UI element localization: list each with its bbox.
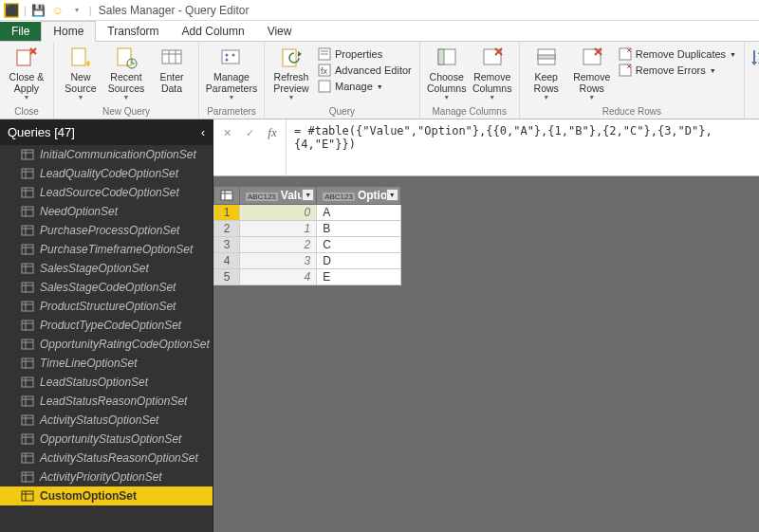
formula-cancel-button[interactable]: ✕ bbox=[218, 124, 235, 141]
collapse-icon[interactable]: ‹ bbox=[201, 126, 205, 139]
remove-duplicates-button[interactable]: Remove Duplicates ▼ bbox=[615, 46, 740, 62]
table-row[interactable]: 54E bbox=[214, 269, 401, 285]
svg-rect-3 bbox=[72, 48, 85, 65]
cell-option[interactable]: D bbox=[317, 253, 400, 269]
row-header[interactable]: 5 bbox=[214, 269, 240, 285]
dropdown-arrow-icon: ▼ bbox=[543, 94, 549, 101]
remove-columns-button[interactable]: Remove Columns ▼ bbox=[470, 45, 515, 102]
new-source-button[interactable]: New Source ▼ bbox=[58, 45, 103, 102]
tab-add-column[interactable]: Add Column bbox=[171, 22, 256, 41]
advanced-editor-button[interactable]: fx Advanced Editor bbox=[314, 63, 416, 78]
query-item[interactable]: InitialCommunicationOptionSet bbox=[0, 145, 213, 164]
tab-file[interactable]: File bbox=[0, 22, 41, 41]
dropdown-arrow-icon: ▼ bbox=[377, 83, 383, 90]
cell-option[interactable]: A bbox=[317, 205, 400, 221]
qat-dropdown-icon[interactable]: ▾ bbox=[69, 3, 84, 18]
query-item[interactable]: SalesStageOptionSet bbox=[0, 259, 213, 278]
remove-rows-button[interactable]: Remove Rows ▼ bbox=[569, 45, 615, 102]
group-label-parameters: Parameters bbox=[199, 105, 264, 119]
manage-parameters-button[interactable]: Manage Parameters ▼ bbox=[203, 45, 260, 102]
column-header-option[interactable]: ABC123Option ▼ bbox=[317, 187, 400, 205]
column-filter-dropdown[interactable]: ▼ bbox=[386, 189, 398, 201]
query-item[interactable]: ActivityStatusOptionSet bbox=[0, 411, 213, 430]
query-item[interactable]: LeadSourceCodeOptionSet bbox=[0, 183, 213, 202]
query-item[interactable]: SalesStageCodeOptionSet bbox=[0, 278, 213, 297]
query-item[interactable]: PurchaseTimeframeOptionSet bbox=[0, 240, 213, 259]
query-item[interactable]: ActivityPriorityOptionSet bbox=[0, 468, 213, 486]
close-apply-button[interactable]: Close & Apply ▼ bbox=[4, 45, 49, 102]
query-item[interactable]: NeedOptionSet bbox=[0, 202, 213, 221]
tab-home[interactable]: Home bbox=[41, 21, 96, 42]
svg-rect-64 bbox=[22, 226, 33, 235]
save-icon[interactable]: 💾 bbox=[31, 3, 46, 18]
column-header-value[interactable]: ABC123Value ▼ bbox=[240, 187, 317, 205]
table-icon bbox=[21, 433, 34, 445]
queries-header[interactable]: Queries [47] ‹ bbox=[0, 119, 213, 145]
row-header[interactable]: 2 bbox=[214, 221, 240, 237]
remove-rows-icon bbox=[581, 46, 603, 69]
cell-value[interactable]: 3 bbox=[240, 253, 317, 269]
cell-option[interactable]: C bbox=[317, 237, 400, 253]
column-filter-dropdown[interactable]: ▼ bbox=[302, 189, 314, 201]
row-header[interactable]: 3 bbox=[214, 237, 240, 253]
properties-button[interactable]: Properties bbox=[314, 46, 416, 62]
formula-input[interactable]: = #table({"Value","Option"},{{0,"A"},{1,… bbox=[286, 119, 759, 175]
query-item[interactable]: OpportunityRatingCodeOptionSet bbox=[0, 335, 213, 354]
table-icon bbox=[21, 452, 34, 464]
cell-value[interactable]: 4 bbox=[240, 269, 317, 285]
query-item-label: OpportunityRatingCodeOptionSet bbox=[40, 338, 210, 351]
svg-rect-52 bbox=[22, 150, 33, 159]
recent-sources-icon bbox=[115, 46, 138, 69]
query-item[interactable]: LeadStatusReasonOptionSet bbox=[0, 392, 213, 411]
feedback-icon[interactable]: ☺ bbox=[50, 3, 65, 18]
refresh-preview-button[interactable]: Refresh Preview ▼ bbox=[268, 45, 314, 102]
queries-list[interactable]: InitialCommunicationOptionSetLeadQuality… bbox=[0, 145, 213, 532]
cell-value[interactable]: 1 bbox=[240, 221, 317, 237]
table-corner[interactable] bbox=[214, 187, 240, 205]
svg-rect-82 bbox=[22, 339, 33, 349]
query-item-label: SalesStageOptionSet bbox=[40, 262, 149, 275]
svg-rect-88 bbox=[22, 377, 33, 387]
table-row[interactable]: 43D bbox=[214, 253, 401, 269]
query-item[interactable]: LeadStatusOptionSet bbox=[0, 373, 213, 392]
table-row[interactable]: 21B bbox=[214, 221, 401, 237]
group-label-sort: Sort bbox=[745, 105, 759, 119]
query-item[interactable]: ActivityStatusReasonOptionSet bbox=[0, 449, 213, 468]
svg-marker-42 bbox=[751, 62, 757, 65]
sort-asc-button[interactable]: AZ bbox=[749, 45, 759, 73]
table-row[interactable]: 32C bbox=[214, 237, 401, 253]
svg-rect-100 bbox=[22, 453, 33, 463]
cell-option[interactable]: E bbox=[317, 269, 400, 285]
row-header[interactable]: 1 bbox=[214, 205, 240, 221]
enter-data-button[interactable]: Enter Data bbox=[149, 45, 194, 96]
remove-errors-button[interactable]: Remove Errors ▼ bbox=[615, 63, 740, 78]
data-preview-table[interactable]: ABC123Value ▼ ABC123Option ▼ 10A21B32C43… bbox=[213, 186, 401, 285]
query-item[interactable]: OpportunityStatusOptionSet bbox=[0, 430, 213, 449]
parameters-icon bbox=[220, 46, 243, 69]
query-item[interactable]: TimeLineOptionSet bbox=[0, 354, 213, 373]
table-row[interactable]: 10A bbox=[214, 205, 401, 221]
query-item[interactable]: CustomOptionSet bbox=[0, 486, 213, 505]
query-item[interactable]: LeadQualityCodeOptionSet bbox=[0, 164, 213, 183]
cell-value[interactable]: 0 bbox=[240, 205, 317, 221]
recent-sources-button[interactable]: Recent Sources ▼ bbox=[103, 45, 149, 102]
formula-accept-button[interactable]: ✓ bbox=[241, 124, 258, 141]
cell-option[interactable]: B bbox=[317, 221, 400, 237]
keep-rows-button[interactable]: Keep Rows ▼ bbox=[524, 45, 569, 102]
table-icon bbox=[21, 168, 34, 179]
row-header[interactable]: 4 bbox=[214, 253, 240, 269]
query-item[interactable]: ProductTypeCodeOptionSet bbox=[0, 316, 213, 335]
cell-value[interactable]: 2 bbox=[240, 237, 317, 253]
query-item-label: OpportunityStatusOptionSet bbox=[40, 432, 181, 446]
table-icon bbox=[21, 376, 34, 388]
tab-view[interactable]: View bbox=[256, 22, 304, 41]
dropdown-arrow-icon: ▼ bbox=[588, 94, 595, 101]
query-item-label: PurchaseProcessOptionSet bbox=[40, 224, 179, 237]
choose-columns-button[interactable]: Choose Columns ▼ bbox=[424, 45, 470, 102]
query-item[interactable]: ProductStructureOptionSet bbox=[0, 297, 213, 316]
manage-query-button[interactable]: Manage ▼ bbox=[314, 79, 416, 94]
tab-transform[interactable]: Transform bbox=[96, 22, 170, 41]
table-icon bbox=[21, 414, 34, 426]
formula-fx-button[interactable]: fx bbox=[264, 124, 281, 141]
query-item[interactable]: PurchaseProcessOptionSet bbox=[0, 221, 213, 240]
